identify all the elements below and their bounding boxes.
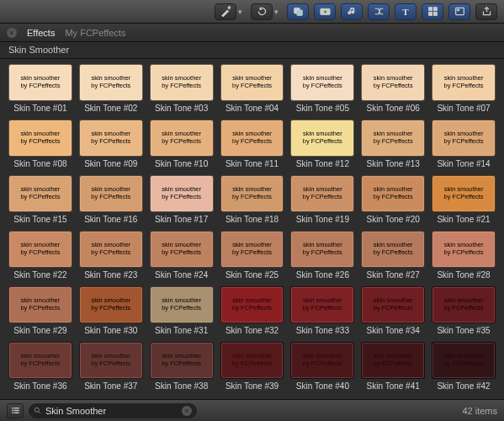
media-browser[interactable] — [287, 3, 309, 20]
effect-item[interactable]: skin smootherby FCPeffectsSkin Tone #03 — [150, 64, 214, 113]
swatch-text-line2: by FCPeffects — [303, 83, 342, 90]
swatch-text-line2: by FCPeffects — [232, 138, 272, 146]
swatch-text-line2: by FCPeffects — [162, 194, 201, 201]
swatch-text-line2: by FCPeffects — [91, 194, 130, 201]
swatch-text-line2: by FCPeffects — [91, 305, 130, 312]
effect-item[interactable]: skin smootherby FCPeffectsSkin Tone #31 — [150, 286, 214, 335]
effect-item[interactable]: skin smootherby FCPeffectsSkin Tone #22 — [8, 231, 72, 280]
effect-swatch: skin smootherby FCPeffects — [220, 231, 284, 268]
generators-browser[interactable] — [422, 3, 443, 20]
effect-swatch: skin smootherby FCPeffects — [79, 231, 143, 268]
effect-item[interactable]: skin smootherby FCPeffectsSkin Tone #10 — [150, 120, 214, 168]
effect-item[interactable]: skin smootherby FCPeffectsSkin Tone #20 — [361, 175, 425, 224]
effect-item[interactable]: skin smootherby FCPeffectsSkin Tone #25 — [220, 231, 284, 280]
effect-item[interactable]: skin smootherby FCPeffectsSkin Tone #19 — [290, 175, 354, 224]
swatch-text-line2: by FCPeffects — [91, 249, 130, 257]
share-button[interactable] — [475, 3, 497, 20]
swatch-text-line2: by FCPeffects — [20, 360, 60, 368]
swatch-text-line2: by FCPeffects — [374, 360, 413, 368]
effect-item[interactable]: skin smootherby FCPeffectsSkin Tone #04 — [220, 64, 284, 113]
effect-item[interactable]: skin smootherby FCPeffectsSkin Tone #27 — [361, 231, 425, 280]
transitions-browser[interactable] — [368, 3, 390, 20]
effect-item[interactable]: skin smootherby FCPeffectsSkin Tone #18 — [220, 175, 284, 224]
swatch-text-line2: by FCPeffects — [303, 249, 342, 257]
item-count: 42 items — [462, 406, 497, 416]
effect-item[interactable]: skin smootherby FCPeffectsSkin Tone #06 — [361, 64, 425, 113]
effect-swatch: skin smootherby FCPeffects — [150, 175, 214, 212]
search-input[interactable] — [45, 406, 182, 416]
list-view-toggle[interactable] — [7, 403, 24, 418]
svg-rect-11 — [14, 408, 19, 408]
effect-item[interactable]: skin smootherby FCPeffectsSkin Tone #42 — [432, 342, 496, 391]
effect-item[interactable]: skin smootherby FCPeffectsSkin Tone #38 — [150, 342, 214, 391]
effect-item[interactable]: skin smootherby FCPeffectsSkin Tone #23 — [79, 231, 143, 280]
effect-item[interactable]: skin smootherby FCPeffectsSkin Tone #09 — [79, 120, 143, 168]
effect-item[interactable]: skin smootherby FCPeffectsSkin Tone #39 — [220, 342, 284, 391]
effect-caption: Skin Tone #38 — [155, 381, 208, 391]
effect-caption: Skin Tone #24 — [155, 270, 208, 280]
category-header: Skin Smoother — [0, 42, 504, 59]
effect-item[interactable]: skin smootherby FCPeffectsSkin Tone #21 — [432, 175, 496, 224]
effect-item[interactable]: skin smootherby FCPeffectsSkin Tone #37 — [79, 342, 143, 391]
effect-item[interactable]: skin smootherby FCPeffectsSkin Tone #28 — [432, 231, 496, 280]
swatch-text-line2: by FCPeffects — [232, 83, 272, 90]
camera-icon — [320, 6, 331, 17]
effect-swatch: skin smootherby FCPeffects — [79, 342, 143, 379]
effect-swatch: skin smootherby FCPeffects — [8, 175, 72, 212]
swatch-text-line2: by FCPeffects — [374, 194, 413, 201]
effect-swatch: skin smootherby FCPeffects — [220, 64, 284, 101]
effect-item[interactable]: skin smootherby FCPeffectsSkin Tone #17 — [150, 175, 214, 224]
effect-swatch: skin smootherby FCPeffects — [79, 120, 143, 157]
effect-swatch: skin smootherby FCPeffects — [8, 286, 72, 323]
titles-browser[interactable]: T — [395, 3, 416, 20]
effect-item[interactable]: skin smootherby FCPeffectsSkin Tone #05 — [290, 64, 354, 113]
swatch-text-line2: by FCPeffects — [20, 138, 60, 146]
effect-caption: Skin Tone #36 — [13, 381, 66, 391]
effect-caption: Skin Tone #31 — [155, 326, 208, 335]
effect-item[interactable]: skin smootherby FCPeffectsSkin Tone #26 — [290, 231, 354, 280]
effect-item[interactable]: skin smootherby FCPeffectsSkin Tone #32 — [220, 286, 284, 335]
effect-caption: Skin Tone #23 — [84, 270, 137, 280]
effect-item[interactable]: skin smootherby FCPeffectsSkin Tone #29 — [8, 286, 72, 335]
music-browser[interactable] — [341, 3, 363, 20]
swatch-text-line2: by FCPeffects — [162, 138, 201, 146]
effect-item[interactable]: skin smootherby FCPeffectsSkin Tone #15 — [8, 175, 72, 224]
close-browser-button[interactable]: × — [7, 28, 17, 38]
themes-browser[interactable] — [448, 3, 470, 20]
photos-browser[interactable] — [314, 3, 336, 20]
effect-caption: Skin Tone #34 — [367, 326, 420, 335]
tab-effects[interactable]: Effects — [27, 28, 55, 38]
clear-search-button[interactable]: × — [182, 406, 192, 416]
effect-item[interactable]: skin smootherby FCPeffectsSkin Tone #36 — [8, 342, 72, 391]
effect-item[interactable]: skin smootherby FCPeffectsSkin Tone #40 — [290, 342, 354, 391]
retiming-menu[interactable] — [251, 3, 273, 20]
effect-item[interactable]: skin smootherby FCPeffectsSkin Tone #07 — [432, 64, 496, 113]
effect-item[interactable]: skin smootherby FCPeffectsSkin Tone #12 — [290, 120, 354, 168]
retime-icon — [257, 6, 268, 17]
tab-my-fcpeffects[interactable]: My FCPeffects — [65, 28, 125, 38]
effect-item[interactable]: skin smootherby FCPeffectsSkin Tone #16 — [79, 175, 143, 224]
effect-caption: Skin Tone #05 — [296, 104, 349, 113]
swatch-text-line2: by FCPeffects — [374, 249, 413, 257]
effect-swatch: skin smootherby FCPeffects — [290, 342, 354, 379]
effect-item[interactable]: skin smootherby FCPeffectsSkin Tone #41 — [361, 342, 425, 391]
effect-item[interactable]: skin smootherby FCPeffectsSkin Tone #33 — [290, 286, 354, 335]
effect-item[interactable]: skin smootherby FCPeffectsSkin Tone #13 — [361, 120, 425, 168]
enhancements-menu[interactable] — [215, 3, 236, 20]
svg-rect-13 — [14, 410, 19, 411]
effect-item[interactable]: skin smootherby FCPeffectsSkin Tone #35 — [432, 286, 496, 335]
effect-item[interactable]: skin smootherby FCPeffectsSkin Tone #30 — [79, 286, 143, 335]
effect-item[interactable]: skin smootherby FCPeffectsSkin Tone #34 — [361, 286, 425, 335]
effect-caption: Skin Tone #32 — [225, 326, 279, 335]
effect-caption: Skin Tone #06 — [367, 104, 420, 113]
effect-item[interactable]: skin smootherby FCPeffectsSkin Tone #11 — [220, 120, 284, 168]
effect-item[interactable]: skin smootherby FCPeffectsSkin Tone #02 — [79, 64, 143, 113]
effect-item[interactable]: skin smootherby FCPeffectsSkin Tone #01 — [8, 64, 72, 113]
titles-icon: T — [402, 7, 408, 17]
search-field[interactable]: × — [29, 403, 197, 418]
wand-icon — [220, 6, 231, 17]
effect-item[interactable]: skin smootherby FCPeffectsSkin Tone #14 — [432, 120, 496, 168]
effect-caption: Skin Tone #07 — [437, 104, 490, 113]
effect-item[interactable]: skin smootherby FCPeffectsSkin Tone #24 — [150, 231, 214, 280]
effect-item[interactable]: skin smootherby FCPeffectsSkin Tone #08 — [8, 120, 72, 168]
